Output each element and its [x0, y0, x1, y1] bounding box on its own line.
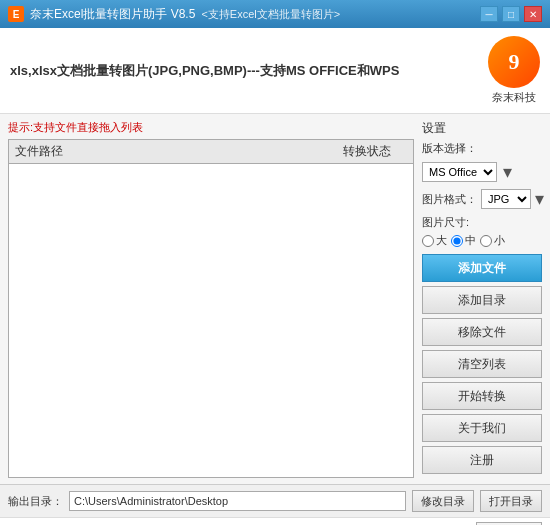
logo-icon: 9 [488, 36, 540, 88]
titlebar-title-area: E 奈末Excel批量转图片助手 V8.5 <支持Excel文档批量转图片> [8, 6, 340, 23]
size-medium-item[interactable]: 中 [451, 233, 476, 248]
size-label: 图片尺寸: [422, 215, 542, 230]
minimize-button[interactable]: ─ [480, 6, 498, 22]
right-panel: 设置 版本选择： MS Office WPS ▾ 图片格式： JPG PNG B… [422, 120, 542, 478]
format-dropdown-icon: ▾ [535, 188, 544, 210]
logo-company: 奈末科技 [492, 90, 536, 105]
add-file-button[interactable]: 添加文件 [422, 254, 542, 282]
register-button[interactable]: 注册 [422, 446, 542, 474]
clear-list-button[interactable]: 清空列表 [422, 350, 542, 378]
about-button[interactable]: 关于我们 [422, 414, 542, 442]
format-select[interactable]: JPG PNG BMP [481, 189, 531, 209]
output-path-input[interactable] [69, 491, 406, 511]
app-icon: E [8, 6, 24, 22]
open-dir-button[interactable]: 打开目录 [480, 490, 542, 512]
size-small-item[interactable]: 小 [480, 233, 505, 248]
start-convert-button[interactable]: 开始转换 [422, 382, 542, 410]
size-large-item[interactable]: 大 [422, 233, 447, 248]
size-small-label: 小 [494, 233, 505, 248]
bottom-bar: 输出目录： 修改目录 打开目录 [0, 484, 550, 517]
remove-file-button[interactable]: 移除文件 [422, 318, 542, 346]
body-area: 提示:支持文件直接拖入列表 文件路径 转换状态 设置 版本选择： MS Offi… [0, 114, 550, 484]
col-status-header: 转换状态 [327, 143, 407, 160]
left-panel: 提示:支持文件直接拖入列表 文件路径 转换状态 [8, 120, 414, 478]
settings-label: 设置 [422, 120, 542, 137]
main-container: xls,xlsx文档批量转图片(JPG,PNG,BMP)---支持MS OFFI… [0, 28, 550, 525]
file-table: 文件路径 转换状态 [8, 139, 414, 478]
size-medium-radio[interactable] [451, 235, 463, 247]
banner-text: xls,xlsx文档批量转图片(JPG,PNG,BMP)---支持MS OFFI… [10, 62, 399, 80]
format-label: 图片格式： [422, 192, 477, 207]
table-header: 文件路径 转换状态 [9, 140, 413, 164]
size-radio-group: 大 中 小 [422, 233, 542, 248]
version-select-row: MS Office WPS ▾ [422, 161, 542, 183]
version-row: 版本选择： [422, 141, 542, 156]
table-body[interactable] [9, 164, 413, 477]
col-path-header: 文件路径 [15, 143, 327, 160]
version-dropdown-icon: ▾ [503, 161, 512, 183]
close-button[interactable]: ✕ [524, 6, 542, 22]
version-select[interactable]: MS Office WPS [422, 162, 497, 182]
logo-area: 9 奈末科技 [488, 36, 540, 105]
titlebar-subtitle-text: <支持Excel文档批量转图片> [201, 7, 340, 22]
maximize-button[interactable]: □ [502, 6, 520, 22]
titlebar-title-text: 奈末Excel批量转图片助手 V8.5 [30, 6, 195, 23]
hint-text: 提示:支持文件直接拖入列表 [8, 120, 414, 135]
size-large-radio[interactable] [422, 235, 434, 247]
output-label: 输出目录： [8, 494, 63, 509]
size-medium-label: 中 [465, 233, 476, 248]
titlebar: E 奈末Excel批量转图片助手 V8.5 <支持Excel文档批量转图片> ─… [0, 0, 550, 28]
add-folder-button[interactable]: 添加目录 [422, 286, 542, 314]
header-banner: xls,xlsx文档批量转图片(JPG,PNG,BMP)---支持MS OFFI… [0, 28, 550, 114]
format-row: 图片格式： JPG PNG BMP ▾ [422, 188, 542, 210]
size-large-label: 大 [436, 233, 447, 248]
size-small-radio[interactable] [480, 235, 492, 247]
modify-dir-button[interactable]: 修改目录 [412, 490, 474, 512]
version-label: 版本选择： [422, 141, 477, 156]
footer-bar: 奈末官方正版，安全放心，官方下载--> 访问官网 [0, 517, 550, 525]
window-controls: ─ □ ✕ [480, 6, 542, 22]
